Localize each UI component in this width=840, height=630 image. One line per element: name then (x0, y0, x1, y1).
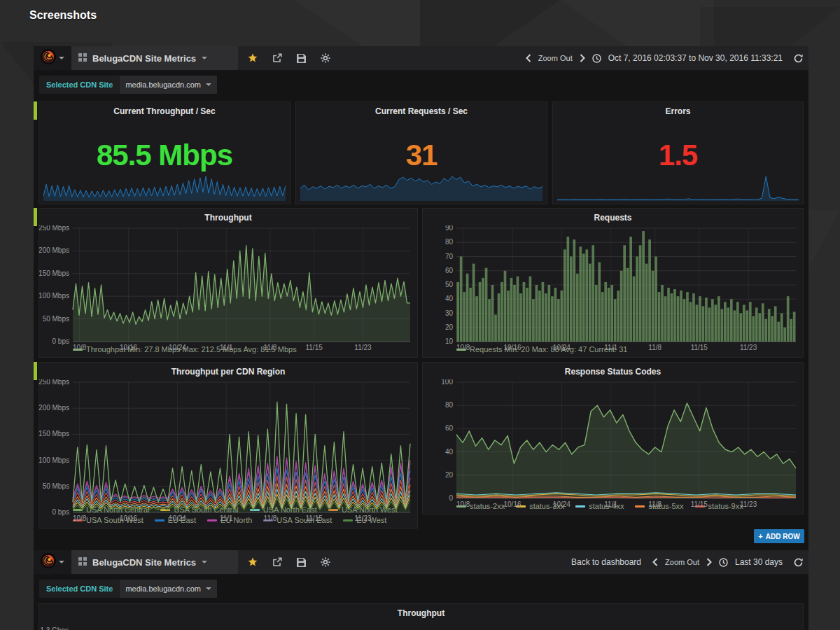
svg-text:11/1: 11/1 (604, 500, 617, 508)
panel-title[interactable]: Response Status Codes (423, 363, 803, 379)
svg-text:50 Mbps: 50 Mbps (43, 315, 69, 323)
svg-text:70: 70 (445, 253, 454, 260)
add-row-button[interactable]: + ADD ROW (754, 529, 804, 543)
svg-text:10/8: 10/8 (456, 500, 470, 508)
variable-label: Selected CDN Site (39, 76, 120, 94)
svg-text:11/1: 11/1 (604, 344, 617, 351)
refresh-icon[interactable] (794, 558, 803, 567)
graph-panel-throughput-2: Throughput 1.3 Gbps (38, 603, 804, 630)
sparkline (43, 176, 286, 201)
row-handle[interactable] (34, 362, 37, 380)
chevron-right-icon[interactable] (580, 54, 585, 62)
svg-text:150 Mbps: 150 Mbps (39, 270, 69, 277)
svg-text:80: 80 (445, 401, 454, 409)
svg-text:10/16: 10/16 (504, 344, 522, 351)
svg-text:60: 60 (445, 267, 454, 274)
row-handle[interactable] (34, 208, 37, 226)
panel-title[interactable]: Requests (423, 209, 803, 225)
panel-title[interactable]: Throughput (39, 209, 417, 225)
chevron-down-icon (202, 561, 207, 564)
grafana-logo-menu[interactable] (34, 46, 71, 70)
status-codes-chart[interactable]: 10/810/1610/2411/111/811/1511/2302040608… (423, 379, 803, 501)
time-controls: Zoom Out Oct 7, 2016 02:03:37 to Nov 30,… (526, 46, 803, 70)
gear-icon[interactable] (321, 53, 330, 63)
svg-text:40: 40 (445, 295, 454, 302)
chevron-left-icon[interactable] (526, 54, 531, 62)
svg-text:10/8: 10/8 (73, 514, 87, 522)
chevron-down-icon (202, 57, 207, 59)
svg-text:50: 50 (445, 281, 454, 288)
svg-text:10/24: 10/24 (169, 344, 186, 351)
svg-text:20: 20 (445, 471, 454, 479)
svg-text:10/16: 10/16 (120, 514, 137, 522)
screenshot-page: Screenshots BelugaCDN Site Me (0, 0, 840, 630)
svg-text:0: 0 (449, 494, 453, 502)
grafana-logo-menu[interactable] (34, 550, 71, 574)
svg-text:11/23: 11/23 (354, 514, 372, 522)
navbar: BelugaCDN Site Metrics Back to dashboar (34, 550, 808, 574)
grafana-logo-icon (41, 49, 56, 67)
svg-text:100: 100 (441, 379, 453, 386)
svg-text:11/15: 11/15 (691, 500, 708, 508)
svg-text:11/1: 11/1 (220, 514, 233, 522)
svg-text:90: 90 (445, 225, 454, 232)
navbar-actions (248, 550, 330, 574)
svg-text:0 bps: 0 bps (52, 337, 69, 345)
requests-chart[interactable]: 10/810/1610/2411/111/811/1511/2310203040… (423, 225, 803, 344)
refresh-icon[interactable] (794, 54, 803, 63)
share-button[interactable] (272, 557, 282, 567)
chevron-right-icon[interactable] (706, 558, 712, 566)
svg-text:150 Mbps: 150 Mbps (39, 430, 69, 438)
graph-panel-requests: Requests 10/810/1610/2411/111/811/1511/2… (422, 208, 804, 358)
panel-title[interactable]: Current Requests / Sec (296, 102, 547, 119)
svg-text:100 Mbps: 100 Mbps (39, 292, 69, 300)
svg-text:10/8: 10/8 (456, 344, 470, 351)
variable-value-dropdown[interactable]: media.belugacdn.com (120, 580, 217, 598)
navbar-actions (248, 46, 330, 70)
clock-icon (592, 54, 601, 63)
svg-text:10/16: 10/16 (120, 344, 137, 351)
gear-icon[interactable] (321, 557, 330, 567)
svg-text:11/15: 11/15 (305, 344, 323, 351)
graph-panel-throughput: Throughput 10/810/1610/2411/111/811/1511… (38, 208, 418, 358)
time-range-picker[interactable]: Oct 7, 2016 02:03:37 to Nov 30, 2016 11:… (608, 53, 783, 63)
svg-text:50 Mbps: 50 Mbps (43, 482, 69, 490)
variable-value-dropdown[interactable]: media.belugacdn.com (120, 76, 217, 94)
svg-text:10/16: 10/16 (504, 500, 522, 508)
panel-title[interactable]: Throughput per CDN Region (39, 363, 417, 379)
panel-title[interactable]: Current Throughput / Sec (39, 102, 290, 119)
svg-text:200 Mbps: 200 Mbps (39, 246, 69, 254)
dashboard-screenshot-2: BelugaCDN Site Metrics Back to dashboar (34, 550, 808, 630)
time-controls: Back to dashboard Zoom Out Last 30 days (571, 550, 803, 574)
svg-text:40: 40 (445, 448, 454, 456)
throughput-chart[interactable]: 10/810/1610/2411/111/811/1511/230 bps50 … (39, 225, 417, 344)
dashboard-picker[interactable]: BelugaCDN Site Metrics (71, 550, 238, 574)
time-range-picker[interactable]: Last 30 days (735, 557, 783, 567)
dashboard-screenshot-1: BelugaCDN Site Metrics (34, 46, 808, 550)
back-to-dashboard-link[interactable]: Back to dashboard (571, 557, 641, 567)
chevron-left-icon[interactable] (652, 558, 658, 566)
navbar: BelugaCDN Site Metrics (34, 46, 808, 70)
zoom-out-button[interactable]: Zoom Out (665, 558, 699, 566)
save-button[interactable] (297, 54, 306, 63)
dashboard-grid-icon (78, 52, 87, 64)
save-button[interactable] (297, 558, 306, 567)
dashboard-picker[interactable]: BelugaCDN Site Metrics (71, 46, 238, 70)
svg-text:11/8: 11/8 (648, 500, 662, 508)
zoom-out-button[interactable]: Zoom Out (538, 54, 573, 62)
share-button[interactable] (272, 53, 282, 63)
chevron-down-icon (59, 561, 64, 564)
panel-title[interactable]: Errors (553, 102, 803, 119)
star-button[interactable] (248, 53, 258, 63)
plus-icon: + (758, 532, 762, 540)
singlestat-value: 1.5 (553, 139, 803, 172)
region-throughput-chart[interactable]: 10/810/1610/2411/111/811/1511/230 bps50 … (39, 379, 417, 505)
svg-text:10/24: 10/24 (169, 514, 186, 522)
svg-text:80: 80 (445, 238, 454, 246)
svg-text:11/8: 11/8 (264, 344, 277, 351)
row-handle[interactable] (34, 102, 37, 120)
throughput-chart-partial[interactable]: 1.3 Gbps (39, 621, 803, 630)
panel-title[interactable]: Throughput (39, 604, 803, 621)
star-button[interactable] (248, 557, 258, 567)
svg-text:11/15: 11/15 (691, 344, 708, 351)
